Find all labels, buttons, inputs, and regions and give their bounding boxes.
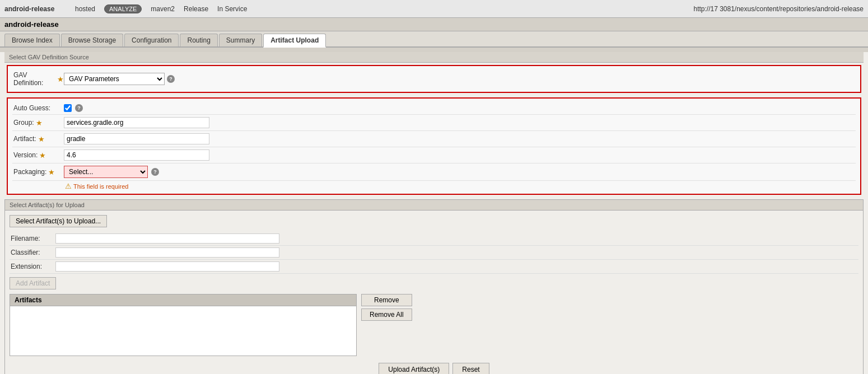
- artifact-row: Artifact: ★: [12, 131, 856, 147]
- auto-guess-help-icon[interactable]: ?: [75, 104, 83, 112]
- version-input[interactable]: [64, 149, 209, 161]
- artifact-input[interactable]: [64, 133, 209, 144]
- packaging-required-star: ★: [48, 168, 55, 176]
- gav-definition-select[interactable]: GAV Parameters From POM: [64, 73, 165, 85]
- group-input[interactable]: [64, 117, 209, 128]
- required-star: ★: [57, 75, 64, 83]
- remove-button[interactable]: Remove: [361, 294, 412, 306]
- version-required-star: ★: [39, 151, 46, 160]
- artifact-section-header: Select Artifact(s) for Upload: [4, 199, 864, 210]
- gav-definition-section: Select GAV Definition Source GAV Definit…: [4, 52, 864, 195]
- extension-input[interactable]: [55, 261, 279, 272]
- auto-guess-row: Auto Guess: ?: [12, 102, 856, 115]
- tabs-bar: Browse Index Browse Storage Configuratio…: [0, 31, 868, 48]
- gav-definition-row: GAV Definition: ★ GAV Parameters From PO…: [12, 69, 856, 88]
- packaging-row: Packaging: ★ Select... jar war pom aar a…: [12, 163, 856, 181]
- tab-summary[interactable]: Summary: [219, 34, 262, 46]
- bottom-buttons: Upload Artifact(s) Reset: [10, 356, 858, 374]
- tab-artifact-upload[interactable]: Artifact Upload: [263, 34, 326, 48]
- packaging-help-icon[interactable]: ?: [151, 168, 159, 176]
- upload-artifacts-button[interactable]: Upload Artifact(s): [379, 363, 449, 374]
- gav-definition-box: GAV Definition: ★ GAV Parameters From PO…: [7, 65, 861, 93]
- tab-browse-storage[interactable]: Browse Storage: [61, 34, 123, 46]
- tab-routing[interactable]: Routing: [180, 34, 217, 46]
- in-service-label: In Service: [217, 5, 247, 13]
- analyze-button[interactable]: ANALYZE: [104, 4, 142, 13]
- artifact-section-body: Select Artifact(s) to Upload... Filename…: [4, 210, 864, 374]
- gav-definition-header: Select GAV Definition Source: [4, 52, 864, 63]
- packaging-label: Packaging: ★: [13, 168, 64, 176]
- release-label: Release: [184, 5, 208, 13]
- error-icon: ⚠: [65, 182, 72, 190]
- artifacts-area: Artifacts Remove Remove All: [10, 294, 858, 356]
- remove-all-button[interactable]: Remove All: [361, 308, 412, 321]
- tab-browse-index[interactable]: Browse Index: [4, 34, 60, 46]
- packaging-error: ⚠ This field is required: [65, 182, 856, 190]
- filename-row: Filename:: [10, 232, 858, 246]
- filename-label: Filename:: [11, 235, 55, 242]
- gav-definition-label: GAV Definition: ★: [13, 71, 64, 87]
- reset-button[interactable]: Reset: [452, 363, 489, 374]
- group-label: Group: ★: [13, 119, 64, 127]
- filename-input[interactable]: [55, 233, 279, 244]
- artifact-upload-section: Select Artifact(s) for Upload Select Art…: [4, 199, 864, 374]
- main-content: Select GAV Definition Source GAV Definit…: [0, 52, 868, 374]
- gav-params-box: Auto Guess: ? Group: ★ Artifact: ★: [7, 97, 861, 195]
- version-label: Version: ★: [13, 151, 64, 160]
- group-required-star: ★: [36, 119, 43, 127]
- gav-help-icon[interactable]: ?: [167, 75, 175, 83]
- classifier-label: Classifier:: [11, 249, 55, 256]
- classifier-input[interactable]: [55, 247, 279, 258]
- extension-label: Extension:: [11, 263, 55, 270]
- select-artifacts-button[interactable]: Select Artifact(s) to Upload...: [10, 215, 107, 227]
- packaging-select[interactable]: Select... jar war pom aar apk: [64, 166, 148, 178]
- tab-configuration[interactable]: Configuration: [124, 34, 179, 46]
- artifacts-table-container: Artifacts: [10, 294, 357, 356]
- maven-label: maven2: [151, 5, 175, 13]
- artifact-label: Artifact: ★: [13, 135, 64, 143]
- repo-url: http://17 3081/nexus/content/repositorie…: [693, 5, 864, 13]
- version-row: Version: ★: [12, 147, 856, 163]
- artifact-required-star: ★: [38, 135, 45, 143]
- repo-name: android-release: [4, 5, 66, 13]
- hosted-label: hosted: [75, 5, 95, 13]
- auto-guess-checkbox[interactable]: [64, 104, 72, 112]
- add-artifact-button[interactable]: Add Artifact: [10, 277, 56, 289]
- artifacts-buttons: Remove Remove All: [361, 294, 412, 321]
- top-bar: android-release hosted ANALYZE maven2 Re…: [0, 0, 868, 18]
- artifacts-table-header: Artifacts: [10, 294, 357, 306]
- group-row: Group: ★: [12, 115, 856, 131]
- auto-guess-label: Auto Guess:: [13, 104, 64, 112]
- extension-row: Extension:: [10, 260, 858, 274]
- artifacts-table-body: [10, 306, 357, 356]
- section-title: android-release: [0, 18, 868, 31]
- classifier-row: Classifier:: [10, 246, 858, 260]
